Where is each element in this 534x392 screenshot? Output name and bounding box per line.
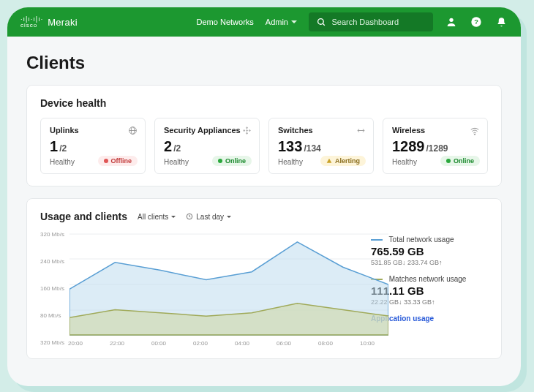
status-pill-online: Online [440, 156, 480, 166]
wifi-icon [470, 126, 480, 136]
svg-point-0 [318, 18, 324, 24]
switch-icon [356, 126, 366, 135]
svg-point-10 [249, 130, 250, 132]
help-icon[interactable]: ? [470, 15, 483, 29]
svg-text:?: ? [474, 18, 478, 26]
status-pill-online: Online [212, 156, 252, 166]
svg-point-12 [247, 130, 248, 132]
clock-icon [186, 213, 193, 220]
card-value: 133 [278, 138, 302, 154]
card-denom: /2 [59, 143, 67, 154]
filter-clients-dropdown[interactable]: All clients [138, 213, 176, 221]
appliance-icon [242, 126, 252, 135]
usage-panel: Usage and clients All clients Last day 3… [26, 198, 502, 359]
legend-matches-label: Matches network usage [389, 275, 467, 283]
legend-total-value: 765.59 GB [371, 245, 488, 257]
svg-point-11 [247, 132, 248, 134]
search-icon [316, 15, 327, 29]
top-bar: ·ı|ı·ı|ı· cisco Meraki Demo Networks Adm… [7, 7, 521, 37]
card-denom: /134 [304, 143, 320, 154]
card-value: 1289 [392, 138, 425, 154]
legend-total-label: Total network usage [389, 235, 454, 244]
device-health-title: Device health [40, 97, 488, 109]
usage-chart: 320 Mb/s 240 Mb/s 160 Mb/s 80 Mb/s 320 M… [40, 230, 359, 347]
application-usage-link[interactable]: Application usage [371, 314, 488, 323]
card-title: Security Appliances [164, 126, 250, 135]
profile-icon[interactable] [445, 15, 458, 29]
card-uplinks[interactable]: Uplinks 1/2 Healthy Offline [40, 118, 146, 174]
card-denom: /2 [173, 143, 181, 154]
globe-icon [128, 126, 138, 135]
svg-line-1 [323, 23, 325, 26]
legend-matches-value: 111.11 GB [371, 284, 488, 297]
card-title: Switches [278, 126, 364, 135]
usage-legend: Total network usage 765.59 GB 531.85 GB↓… [371, 230, 488, 347]
brand-logo: ·ı|ı·ı|ı· cisco Meraki [20, 16, 78, 29]
card-value: 2 [164, 138, 172, 154]
page-title: Clients [26, 53, 502, 73]
status-pill-alerting: Alerting [320, 156, 366, 166]
card-wireless[interactable]: Wireless 1289/1289 Healthy Online [383, 118, 488, 174]
search-box[interactable] [309, 12, 433, 31]
card-value: 1 [50, 138, 58, 154]
main-content: Clients Device health Uplinks 1/2 Health… [7, 37, 521, 386]
brand-meraki-text: Meraki [48, 17, 78, 28]
filter-time-dropdown[interactable]: Last day [186, 213, 231, 221]
bell-icon[interactable] [494, 15, 508, 29]
card-title: Uplinks [50, 126, 136, 135]
card-title: Wireless [392, 126, 478, 135]
svg-point-2 [449, 18, 453, 22]
device-health-cards: Uplinks 1/2 Healthy Offline Security App… [40, 118, 488, 174]
legend-matches-breakdown: 22.22 GB↓ 33.33 GB↑ [371, 298, 488, 306]
search-input[interactable] [331, 18, 426, 26]
svg-point-9 [247, 127, 248, 129]
admin-menu[interactable]: Admin [266, 18, 297, 26]
svg-point-13 [474, 134, 475, 135]
device-health-panel: Device health Uplinks 1/2 Healthy Offlin… [26, 85, 502, 186]
brand-cisco-text: cisco [20, 23, 43, 29]
card-switches[interactable]: Switches 133/134 Healthy Alerting [268, 118, 374, 174]
usage-title: Usage and clients [40, 211, 127, 222]
card-denom: /1289 [426, 143, 448, 154]
app-frame: ·ı|ı·ı|ı· cisco Meraki Demo Networks Adm… [7, 7, 521, 386]
svg-point-8 [244, 130, 245, 132]
status-pill-offline: Offline [98, 156, 138, 166]
legend-total-breakdown: 531.85 GB↓ 233.74 GB↑ [371, 259, 488, 266]
demo-networks-link[interactable]: Demo Networks [197, 18, 254, 26]
card-security-appliances[interactable]: Security Appliances 2/2 Healthy Online [154, 118, 260, 174]
